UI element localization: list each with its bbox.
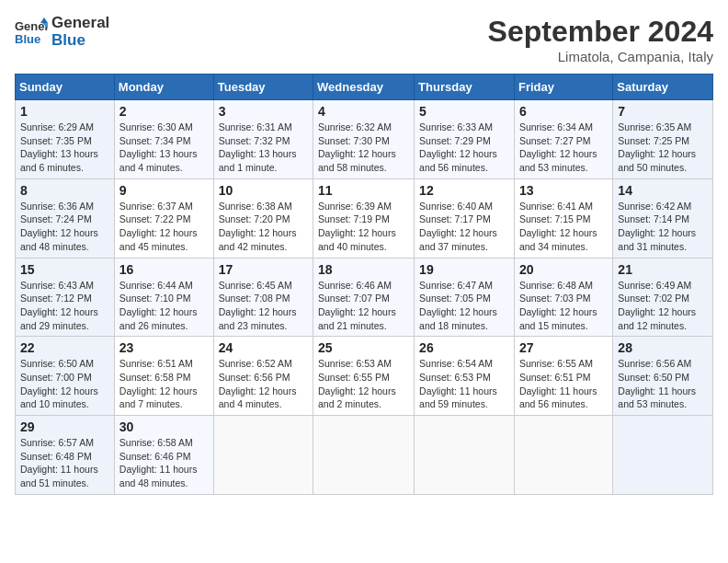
calendar-cell	[415, 416, 515, 495]
calendar-cell: 13Sunrise: 6:41 AM Sunset: 7:15 PM Dayli…	[514, 178, 612, 258]
day-info: Sunrise: 6:55 AM Sunset: 6:51 PM Dayligh…	[519, 357, 608, 411]
calendar-cell: 26Sunrise: 6:54 AM Sunset: 6:53 PM Dayli…	[415, 337, 515, 416]
day-number: 20	[519, 262, 608, 277]
day-info: Sunrise: 6:46 AM Sunset: 7:07 PM Dayligh…	[318, 279, 409, 333]
day-info: Sunrise: 6:51 AM Sunset: 6:58 PM Dayligh…	[119, 357, 209, 411]
day-number: 22	[20, 340, 109, 355]
calendar-cell: 4Sunrise: 6:32 AM Sunset: 7:30 PM Daylig…	[313, 100, 415, 179]
day-info: Sunrise: 6:57 AM Sunset: 6:48 PM Dayligh…	[20, 436, 109, 490]
day-info: Sunrise: 6:42 AM Sunset: 7:14 PM Dayligh…	[618, 200, 708, 254]
calendar-cell: 27Sunrise: 6:55 AM Sunset: 6:51 PM Dayli…	[514, 337, 612, 416]
calendar-cell: 21Sunrise: 6:49 AM Sunset: 7:02 PM Dayli…	[613, 258, 713, 337]
day-info: Sunrise: 6:39 AM Sunset: 7:19 PM Dayligh…	[318, 200, 409, 254]
day-number: 26	[419, 340, 509, 355]
day-number: 6	[519, 104, 608, 119]
day-number: 29	[20, 419, 109, 434]
day-number: 23	[119, 340, 209, 355]
day-number: 11	[318, 183, 409, 198]
calendar-cell: 22Sunrise: 6:50 AM Sunset: 7:00 PM Dayli…	[16, 337, 115, 416]
title-block: September 2024 Limatola, Campania, Italy	[488, 15, 713, 64]
weekday-header-saturday: Saturday	[613, 75, 713, 100]
day-number: 16	[119, 262, 209, 277]
day-info: Sunrise: 6:30 AM Sunset: 7:34 PM Dayligh…	[119, 121, 209, 175]
day-info: Sunrise: 6:38 AM Sunset: 7:20 PM Dayligh…	[219, 200, 308, 254]
calendar-cell: 5Sunrise: 6:33 AM Sunset: 7:29 PM Daylig…	[415, 100, 515, 179]
day-number: 9	[119, 183, 209, 198]
day-info: Sunrise: 6:50 AM Sunset: 7:00 PM Dayligh…	[20, 357, 109, 411]
day-info: Sunrise: 6:34 AM Sunset: 7:27 PM Dayligh…	[519, 121, 608, 175]
day-info: Sunrise: 6:31 AM Sunset: 7:32 PM Dayligh…	[219, 121, 308, 175]
day-info: Sunrise: 6:48 AM Sunset: 7:03 PM Dayligh…	[519, 279, 608, 333]
calendar-cell: 6Sunrise: 6:34 AM Sunset: 7:27 PM Daylig…	[514, 100, 612, 179]
calendar-cell: 14Sunrise: 6:42 AM Sunset: 7:14 PM Dayli…	[613, 178, 713, 258]
location: Limatola, Campania, Italy	[488, 49, 713, 64]
calendar-cell: 8Sunrise: 6:36 AM Sunset: 7:24 PM Daylig…	[16, 178, 115, 258]
calendar-cell: 23Sunrise: 6:51 AM Sunset: 6:58 PM Dayli…	[114, 337, 213, 416]
calendar-cell: 15Sunrise: 6:43 AM Sunset: 7:12 PM Dayli…	[16, 258, 115, 337]
day-info: Sunrise: 6:41 AM Sunset: 7:15 PM Dayligh…	[519, 200, 608, 254]
day-number: 17	[219, 262, 308, 277]
day-number: 1	[20, 104, 109, 119]
day-number: 24	[219, 340, 308, 355]
calendar-cell: 18Sunrise: 6:46 AM Sunset: 7:07 PM Dayli…	[313, 258, 415, 337]
weekday-header-sunday: Sunday	[16, 75, 115, 100]
day-number: 5	[419, 104, 509, 119]
day-number: 10	[219, 183, 308, 198]
day-info: Sunrise: 6:44 AM Sunset: 7:10 PM Dayligh…	[119, 279, 209, 333]
weekday-header-monday: Monday	[114, 75, 213, 100]
page-header: General Blue General Blue September 2024…	[15, 15, 713, 64]
day-number: 19	[419, 262, 509, 277]
day-number: 15	[20, 262, 109, 277]
day-number: 13	[519, 183, 608, 198]
logo-blue: Blue	[51, 32, 109, 50]
day-info: Sunrise: 6:47 AM Sunset: 7:05 PM Dayligh…	[419, 279, 509, 333]
weekday-header-tuesday: Tuesday	[213, 75, 313, 100]
day-info: Sunrise: 6:36 AM Sunset: 7:24 PM Dayligh…	[20, 200, 109, 254]
day-info: Sunrise: 6:58 AM Sunset: 6:46 PM Dayligh…	[119, 436, 209, 490]
logo-icon: General Blue	[15, 16, 48, 49]
day-number: 30	[119, 419, 209, 434]
day-number: 18	[318, 262, 409, 277]
calendar-cell: 20Sunrise: 6:48 AM Sunset: 7:03 PM Dayli…	[514, 258, 612, 337]
calendar-cell: 25Sunrise: 6:53 AM Sunset: 6:55 PM Dayli…	[313, 337, 415, 416]
calendar-cell: 7Sunrise: 6:35 AM Sunset: 7:25 PM Daylig…	[613, 100, 713, 179]
calendar-cell: 29Sunrise: 6:57 AM Sunset: 6:48 PM Dayli…	[16, 416, 115, 495]
logo-general: General	[51, 15, 109, 32]
logo: General Blue General Blue	[15, 15, 109, 49]
day-number: 25	[318, 340, 409, 355]
day-info: Sunrise: 6:56 AM Sunset: 6:50 PM Dayligh…	[618, 357, 708, 411]
day-number: 7	[618, 104, 708, 119]
calendar-cell	[313, 416, 415, 495]
day-info: Sunrise: 6:49 AM Sunset: 7:02 PM Dayligh…	[618, 279, 708, 333]
day-number: 27	[519, 340, 608, 355]
calendar-cell: 30Sunrise: 6:58 AM Sunset: 6:46 PM Dayli…	[114, 416, 213, 495]
weekday-header-wednesday: Wednesday	[313, 75, 415, 100]
day-info: Sunrise: 6:37 AM Sunset: 7:22 PM Dayligh…	[119, 200, 209, 254]
calendar-cell: 1Sunrise: 6:29 AM Sunset: 7:35 PM Daylig…	[16, 100, 115, 179]
calendar-cell: 9Sunrise: 6:37 AM Sunset: 7:22 PM Daylig…	[114, 178, 213, 258]
day-number: 14	[618, 183, 708, 198]
month-title: September 2024	[488, 15, 713, 49]
day-info: Sunrise: 6:35 AM Sunset: 7:25 PM Dayligh…	[618, 121, 708, 175]
day-info: Sunrise: 6:45 AM Sunset: 7:08 PM Dayligh…	[219, 279, 308, 333]
day-info: Sunrise: 6:40 AM Sunset: 7:17 PM Dayligh…	[419, 200, 509, 254]
weekday-header-thursday: Thursday	[415, 75, 515, 100]
calendar-cell: 24Sunrise: 6:52 AM Sunset: 6:56 PM Dayli…	[213, 337, 313, 416]
calendar-cell: 16Sunrise: 6:44 AM Sunset: 7:10 PM Dayli…	[114, 258, 213, 337]
calendar-cell: 12Sunrise: 6:40 AM Sunset: 7:17 PM Dayli…	[415, 178, 515, 258]
day-number: 2	[119, 104, 209, 119]
calendar-cell: 28Sunrise: 6:56 AM Sunset: 6:50 PM Dayli…	[613, 337, 713, 416]
calendar-cell	[213, 416, 313, 495]
day-number: 4	[318, 104, 409, 119]
calendar-cell: 11Sunrise: 6:39 AM Sunset: 7:19 PM Dayli…	[313, 178, 415, 258]
day-info: Sunrise: 6:53 AM Sunset: 6:55 PM Dayligh…	[318, 357, 409, 411]
calendar-table: SundayMondayTuesdayWednesdayThursdayFrid…	[15, 74, 713, 495]
day-number: 28	[618, 340, 708, 355]
weekday-header-friday: Friday	[514, 75, 612, 100]
day-number: 21	[618, 262, 708, 277]
day-number: 12	[419, 183, 509, 198]
day-info: Sunrise: 6:32 AM Sunset: 7:30 PM Dayligh…	[318, 121, 409, 175]
day-number: 8	[20, 183, 109, 198]
calendar-cell	[613, 416, 713, 495]
calendar-header: SundayMondayTuesdayWednesdayThursdayFrid…	[16, 75, 713, 100]
